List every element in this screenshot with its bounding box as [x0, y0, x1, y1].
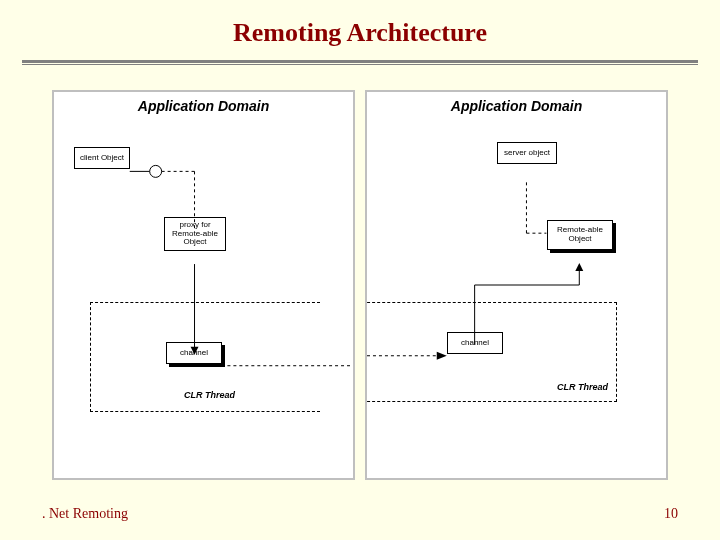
slide: Remoting Architecture Application Domain…	[0, 0, 720, 540]
footer-left: . Net Remoting	[42, 506, 128, 522]
svg-marker-12	[575, 263, 583, 271]
channel-box-left: channel	[166, 342, 222, 364]
page-number: 10	[664, 506, 678, 522]
page-title: Remoting Architecture	[0, 0, 720, 60]
svg-point-1	[150, 165, 162, 177]
clr-thread-label-right: CLR Thread	[557, 382, 608, 392]
proxy-box: proxy for Remote-able Object	[164, 217, 226, 251]
server-object-box: server object	[497, 142, 557, 164]
remote-object-box: Remote-able Object	[547, 220, 613, 250]
left-panel-title: Application Domain	[54, 98, 353, 114]
channel-box-right: channel	[447, 332, 503, 354]
client-object-box: client Object	[74, 147, 130, 169]
left-panel: Application Domain client Object proxy f…	[52, 90, 355, 480]
right-panel: Application Domain server object Remote-…	[365, 90, 668, 480]
clr-thread-label-left: CLR Thread	[184, 390, 235, 400]
diagram-area: Application Domain client Object proxy f…	[52, 90, 668, 480]
divider	[22, 60, 698, 63]
right-panel-title: Application Domain	[367, 98, 666, 114]
